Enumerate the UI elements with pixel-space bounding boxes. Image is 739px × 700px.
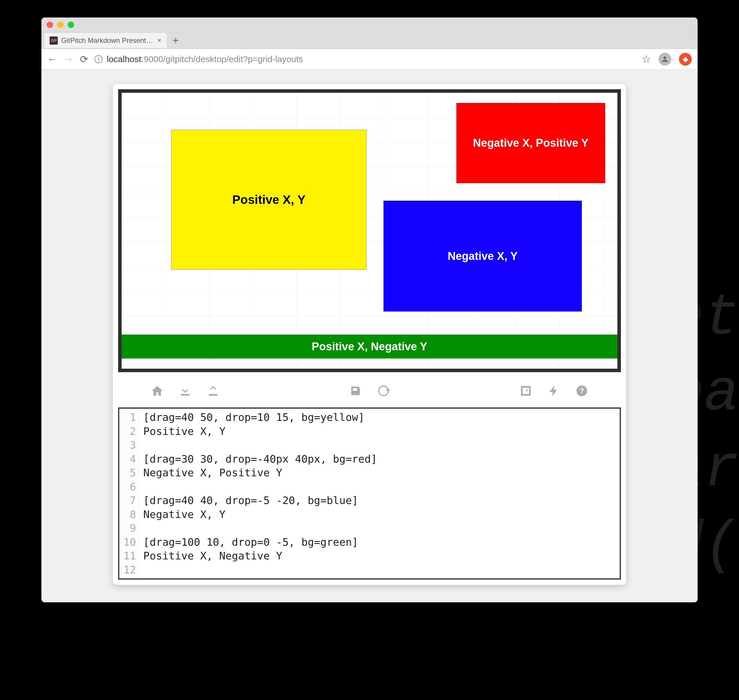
tab-title: GitPitch Markdown Presentatio — [61, 37, 154, 45]
extension-button[interactable]: ◆ — [679, 53, 692, 66]
grid-box-blue: Negative X, Y — [383, 201, 582, 312]
grid-box-label: Negative X, Positive Y — [473, 137, 589, 149]
download-icon — [179, 384, 192, 397]
url-host: localhost — [107, 54, 141, 64]
url-port: :9000 — [141, 54, 163, 64]
back-button[interactable]: ← — [47, 53, 57, 65]
close-window-button[interactable] — [47, 22, 53, 28]
code-editor[interactable]: 123456789101112 [drag=40 50, drop=10 15,… — [118, 407, 621, 579]
new-tab-button[interactable]: + — [173, 34, 179, 47]
slide-preview: Positive X, Y Negative X, Positive Y Neg… — [118, 89, 621, 372]
save-icon — [349, 384, 362, 397]
refresh-button[interactable] — [377, 384, 390, 400]
window-titlebar — [41, 18, 698, 32]
refresh-icon — [377, 384, 390, 397]
page-content: Positive X, Y Negative X, Positive Y Neg… — [41, 69, 698, 602]
line-gutter: 123456789101112 — [119, 409, 139, 578]
expand-icon — [519, 384, 532, 397]
flash-button[interactable] — [547, 384, 560, 400]
url-path: /gitpitch/desktop/edit?p=grid-layouts — [163, 54, 303, 64]
window-controls — [47, 22, 74, 28]
bolt-icon — [547, 384, 560, 397]
help-button[interactable]: ? — [575, 384, 588, 400]
grid-box-green: Positive X, Negative Y — [122, 335, 617, 359]
reload-button[interactable]: ⟳ — [80, 53, 88, 65]
grid-box-label: Negative X, Y — [448, 250, 518, 263]
grid-box-label: Positive X, Negative Y — [312, 340, 427, 353]
site-info-icon[interactable]: i — [94, 55, 103, 63]
profile-button[interactable] — [658, 53, 671, 66]
grid-box-red: Negative X, Positive Y — [456, 103, 605, 183]
maximize-window-button[interactable] — [68, 22, 74, 28]
home-button[interactable] — [151, 384, 164, 400]
home-icon — [151, 384, 164, 397]
browser-tab[interactable]: GP GitPitch Markdown Presentatio × — [44, 33, 167, 48]
browser-toolbar: ← → ⟳ i localhost:9000/gitpitch/desktop/… — [41, 49, 698, 69]
help-icon: ? — [575, 384, 588, 397]
address-bar[interactable]: i localhost:9000/gitpitch/desktop/edit?p… — [94, 54, 635, 64]
code-content[interactable]: [drag=40 50, drop=10 15, bg=yellow]Posit… — [139, 409, 620, 578]
bookmark-button[interactable]: ☆ — [642, 53, 651, 65]
expand-button[interactable] — [519, 384, 532, 400]
upload-button[interactable] — [207, 384, 220, 400]
editor-card: Positive X, Y Negative X, Positive Y Neg… — [113, 84, 626, 585]
tab-favicon: GP — [50, 37, 58, 45]
grid-box-label: Positive X, Y — [232, 193, 306, 207]
svg-text:?: ? — [579, 387, 584, 395]
save-button[interactable] — [349, 384, 362, 400]
close-tab-button[interactable]: × — [157, 36, 162, 45]
minimize-window-button[interactable] — [57, 22, 63, 28]
grid-box-yellow: Positive X, Y — [171, 130, 367, 270]
browser-window: GP GitPitch Markdown Presentatio × + ← →… — [41, 18, 698, 602]
download-button[interactable] — [179, 384, 192, 400]
forward-button[interactable]: → — [63, 53, 73, 65]
editor-toolbar: ? — [113, 377, 626, 407]
user-icon — [661, 55, 669, 63]
upload-icon — [207, 384, 220, 397]
browser-tabbar: GP GitPitch Markdown Presentatio × + — [41, 32, 698, 49]
